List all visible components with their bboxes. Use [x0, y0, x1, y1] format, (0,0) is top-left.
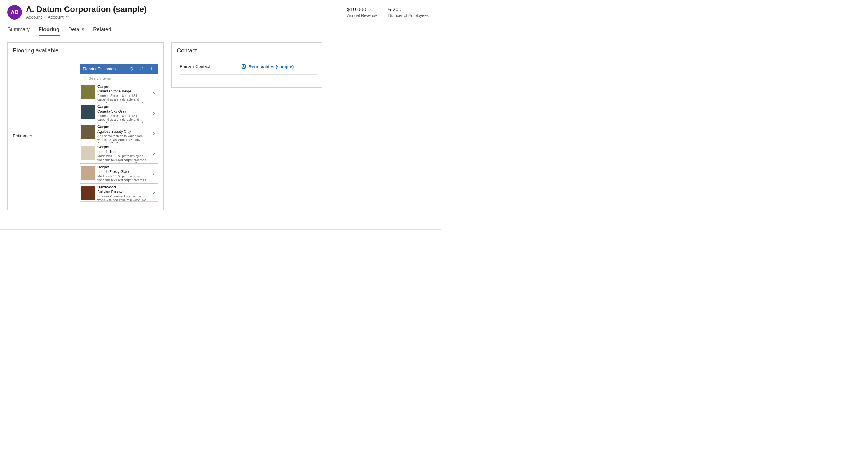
chevron-down-icon — [65, 15, 69, 19]
contact-name: Rene Valdes (sample) — [249, 64, 293, 69]
item-category: Carpet — [97, 85, 149, 89]
refresh-button[interactable] — [128, 65, 135, 73]
chevron-right-icon — [152, 91, 155, 96]
avatar: AD — [7, 5, 22, 20]
form-selector[interactable]: Account — [48, 14, 68, 20]
item-name: Caserta Sky Grey — [97, 109, 149, 114]
add-button[interactable] — [148, 65, 155, 73]
item-category: Carpet — [97, 125, 149, 129]
list-item[interactable]: Carpet Caserta Stone Beige Extreme Serie… — [80, 83, 158, 103]
item-name: Lush II Tundra — [97, 150, 149, 154]
search-row — [80, 74, 158, 83]
chevron-right-icon — [152, 190, 155, 195]
chevron-right-icon — [152, 131, 155, 136]
stat-value: 6,200 — [388, 7, 429, 13]
item-name: Ageless Beauty Clay — [97, 129, 149, 134]
primary-contact-link[interactable]: Rene Valdes (sample) — [241, 64, 293, 69]
contact-row: Primary Contact Rene Valdes (sample) — [180, 64, 317, 75]
item-desc: Made with 100% premium nylon fiber, this… — [97, 174, 149, 184]
contact-card: Contact Primary Contact Rene Valdes (sam… — [171, 42, 322, 88]
contact-card-icon — [241, 64, 246, 69]
record-title: A. Datum Corporation (sample) — [26, 5, 147, 14]
item-desc: Add some fashion to your floors with the… — [97, 134, 149, 143]
item-category: Carpet — [97, 145, 149, 149]
item-text: Hardwood Bolivian Rosewood Bolivian Rose… — [97, 185, 149, 201]
list-title: FlooringEstimates — [83, 66, 125, 71]
flooring-card-title: Flooring available — [8, 42, 163, 57]
stat-number-employees: 6,200 Number of Employees — [382, 7, 434, 18]
estimates-label: Estimates — [13, 64, 80, 201]
chevron-right-icon — [152, 171, 155, 176]
sort-button[interactable] — [138, 65, 145, 73]
swatch — [81, 125, 95, 139]
form-name: Account — [48, 14, 63, 20]
item-category: Carpet — [97, 165, 149, 169]
contact-body: Primary Contact Rene Valdes (sample) — [172, 57, 322, 75]
swatch — [81, 85, 95, 99]
content: Flooring available Estimates FlooringEst… — [0, 36, 441, 210]
item-name: Caserta Stone Beige — [97, 89, 149, 93]
list-item[interactable]: Hardwood Bolivian Rosewood Bolivian Rose… — [80, 184, 158, 201]
item-name: Bolivian Rosewood — [97, 190, 149, 194]
sort-icon — [139, 66, 144, 71]
entity-type: Account — [26, 14, 42, 20]
separator-dot: · — [44, 14, 45, 20]
tab-related[interactable]: Related — [93, 25, 111, 36]
search-input[interactable] — [88, 76, 156, 81]
list-item[interactable]: Carpet Lush II Frosty Glade Made with 10… — [80, 164, 158, 184]
chevron-right-icon — [152, 151, 155, 156]
item-chevron — [151, 190, 156, 195]
item-text: Carpet Ageless Beauty Clay Add some fash… — [97, 125, 149, 143]
item-text: Carpet Lush II Frosty Glade Made with 10… — [97, 165, 149, 184]
item-chevron — [151, 91, 156, 96]
flooring-items: Carpet Caserta Stone Beige Extreme Serie… — [80, 83, 158, 201]
tab-bar: Summary Flooring Details Related — [0, 25, 441, 36]
item-text: Carpet Lush II Tundra Made with 100% pre… — [97, 145, 149, 164]
svg-point-0 — [83, 77, 85, 79]
item-chevron — [151, 151, 156, 156]
header-stats: $10,000.00 Annual Revenue 6,200 Number o… — [347, 7, 434, 18]
item-desc: Bolivian Rosewood is an exotic wood with… — [97, 194, 149, 201]
stat-annual-revenue: $10,000.00 Annual Revenue — [347, 7, 383, 18]
list-item[interactable]: Carpet Lush II Tundra Made with 100% pre… — [80, 143, 158, 164]
swatch — [81, 146, 95, 160]
swatch — [81, 105, 95, 119]
list-item[interactable]: Carpet Ageless Beauty Clay Add some fash… — [80, 123, 158, 143]
title-block: A. Datum Corporation (sample) Account · … — [26, 5, 147, 20]
item-desc: Extreme Series 18 in. x 18 in. carpet ti… — [97, 94, 149, 103]
record-subtitle: Account · Account — [26, 14, 147, 20]
item-chevron — [151, 171, 156, 176]
refresh-icon — [129, 66, 134, 71]
tab-summary[interactable]: Summary — [7, 25, 30, 36]
item-chevron — [151, 131, 156, 136]
stat-value: $10,000.00 — [347, 7, 377, 13]
item-desc: Extreme Series 18 in. x 18 in. carpet ti… — [97, 114, 149, 123]
search-icon — [82, 76, 86, 80]
flooring-body: Estimates FlooringEstimates — [8, 57, 163, 201]
flooring-list-panel: FlooringEstimates — [80, 64, 158, 201]
record-header: AD A. Datum Corporation (sample) Account… — [0, 0, 441, 23]
item-chevron — [151, 111, 156, 116]
item-text: Carpet Caserta Stone Beige Extreme Serie… — [97, 85, 149, 103]
item-category: Carpet — [97, 105, 149, 109]
item-name: Lush II Frosty Glade — [97, 170, 149, 174]
svg-point-2 — [243, 66, 244, 67]
list-header: FlooringEstimates — [80, 64, 158, 74]
item-desc: Made with 100% premium nylon fiber, this… — [97, 154, 149, 164]
chevron-right-icon — [152, 111, 155, 116]
list-item[interactable]: Carpet Caserta Sky Grey Extreme Series 1… — [80, 103, 158, 123]
tab-flooring[interactable]: Flooring — [38, 25, 60, 36]
header-left: AD A. Datum Corporation (sample) Account… — [7, 5, 147, 20]
item-category: Hardwood — [97, 185, 149, 190]
swatch — [81, 186, 95, 200]
item-text: Carpet Caserta Sky Grey Extreme Series 1… — [97, 105, 149, 123]
plus-icon — [149, 66, 154, 71]
stat-label: Number of Employees — [388, 13, 429, 18]
contact-label: Primary Contact — [180, 64, 241, 69]
contact-card-title: Contact — [172, 42, 322, 57]
swatch — [81, 166, 95, 180]
tab-details[interactable]: Details — [68, 25, 84, 36]
stat-label: Annual Revenue — [347, 13, 377, 18]
flooring-card: Flooring available Estimates FlooringEst… — [7, 42, 164, 210]
